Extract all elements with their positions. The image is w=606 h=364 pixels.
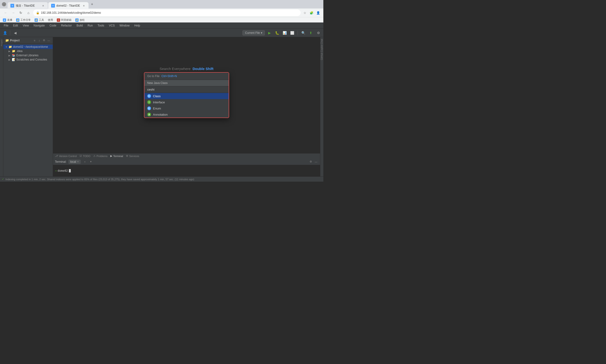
toolbar-search-btn[interactable]: 🔍 <box>300 30 306 36</box>
right-sidebar: GitHub Copilot Chat <box>320 37 323 176</box>
tab-close-1[interactable]: ✕ <box>41 4 45 8</box>
toolbar-profile-btn[interactable]: 📊 <box>282 30 288 36</box>
terminal-settings-btn[interactable]: ⚙ <box>309 160 313 164</box>
menu-view[interactable]: View <box>21 23 31 28</box>
project-panel-title: Project <box>10 39 20 42</box>
browser-tab-2[interactable]: T dome02 - TitanIDE ✕ <box>48 2 89 9</box>
popup-item-annotation[interactable]: A Annotation <box>144 111 229 117</box>
popup-header: New Java Class <box>144 80 229 86</box>
bookmark-icon-2: 📁 <box>16 18 19 22</box>
terminal-add-btn[interactable]: + <box>83 160 87 164</box>
terminal-minimize-btn[interactable]: — <box>314 160 318 164</box>
toolbar-user-btn[interactable]: 👤 <box>2 30 8 36</box>
toolbar-nav-back[interactable]: ◀ <box>12 30 18 36</box>
left-edge-label: Project <box>0 39 3 46</box>
status-tab-problems[interactable]: ⚠ Problems <box>93 155 108 157</box>
terminal-label: Terminal <box>113 155 123 157</box>
menu-run[interactable]: Run <box>86 23 95 28</box>
tab-bar: ⌄ T 项目 - TitanIDE ✕ T dome02 - TitanIDE … <box>0 0 323 9</box>
menu-file[interactable]: File <box>2 23 10 28</box>
terminal-content: → dome02 <box>53 165 320 176</box>
bookmark-3[interactable]: 📁 工具 <box>34 18 45 22</box>
terminal-tab-local[interactable]: local ✕ <box>68 160 81 164</box>
ide-container: File Edit View Navigate Code Refactor Bu… <box>0 23 323 182</box>
menu-window[interactable]: Window <box>118 23 132 28</box>
toolbar-settings-btn[interactable]: ⚙ <box>315 30 322 36</box>
popup-item-enum[interactable]: E Enum <box>144 105 229 111</box>
popup-goto-label: Go to File <box>147 75 160 78</box>
url-secure-icon: 🔒 <box>36 11 40 14</box>
popup-input-field[interactable] <box>147 88 226 91</box>
profile-icon[interactable]: 👤 <box>316 10 321 15</box>
tree-item-scratches[interactable]: ▶ 📝 Scratches and Consoles <box>7 57 53 62</box>
status-tab-todo[interactable]: ☑ TODO <box>80 155 90 157</box>
tree-label-scratches: Scratches and Consoles <box>16 58 47 61</box>
editor-main: Search Everywhere Double Shift Go to Fil… <box>53 37 320 153</box>
proj-tool-list[interactable]: ≡ <box>32 38 37 43</box>
tree-item-idea[interactable]: ▶ 📁 .idea <box>7 49 53 53</box>
bookmark-4[interactable]: 使用 <box>47 18 54 22</box>
menu-build[interactable]: Build <box>75 23 85 28</box>
bookmarks-icon[interactable]: ☆ <box>303 10 307 15</box>
extensions-icon[interactable]: 🧩 <box>309 10 314 15</box>
bookmark-icon-3: 📁 <box>35 18 38 22</box>
toolbar-run-btn[interactable]: ▶ <box>266 30 272 36</box>
menu-code[interactable]: Code <box>48 23 58 28</box>
tab-nav-menu[interactable]: ⌄ <box>2 2 6 6</box>
popup-input-row[interactable] <box>144 86 229 93</box>
menu-refactor[interactable]: Refactor <box>59 23 74 28</box>
indexing-bar: ✓ Indexing completed in 1 min, 2 sec. Sh… <box>0 176 323 182</box>
tab-close-2[interactable]: ✕ <box>82 4 86 8</box>
todo-icon: ☑ <box>80 155 82 157</box>
status-tab-terminal[interactable]: ▶ Terminal <box>110 155 123 157</box>
bookmark-icon-1: ▶ <box>3 18 6 22</box>
browser-chrome: ⌄ T 项目 - TitanIDE ✕ T dome02 - TitanIDE … <box>0 0 323 23</box>
current-file-dropdown-icon: ▾ <box>261 31 262 35</box>
reload-button[interactable]: ↻ <box>18 10 24 16</box>
menu-tools[interactable]: Tools <box>96 23 106 28</box>
popup-item-interface[interactable]: I Interface <box>144 99 229 105</box>
tree-icon-scratches: 📝 <box>12 58 15 61</box>
url-bar[interactable]: 🔒 192.168.101.144/ide/web/coding/dome02/… <box>33 10 301 16</box>
status-tab-vc[interactable]: ⎇ Version Control <box>55 155 77 157</box>
tree-icon-idea: 📁 <box>12 50 15 53</box>
bookmark-label-6: 放松 <box>80 18 85 22</box>
forward-button[interactable]: → <box>10 10 16 16</box>
tree-arrow-dome02: ▼ <box>5 46 8 48</box>
popup-item-interface-label: Interface <box>153 101 165 104</box>
editor-area: Search Everywhere Double Shift Go to Fil… <box>53 37 320 176</box>
project-panel: 📁 Project ≡ ↕ ⚙ — ▼ 📁 dome02 ~/workspace… <box>3 37 53 176</box>
toolbar-git-btn[interactable]: ⬆ <box>308 30 314 36</box>
tree-item-ext-libs[interactable]: ▶ 📚 External Libraries <box>7 53 53 57</box>
bookmarks-bar: ▶ 直播 📁 工作日常 📁 工具 使用 M 阿里邮箱 📁 放松 <box>0 17 323 23</box>
bookmark-6[interactable]: 📁 放松 <box>74 18 86 22</box>
toolbar-stop-btn[interactable]: ⬜ <box>289 30 295 36</box>
bookmark-2[interactable]: 📁 工作日常 <box>15 18 32 22</box>
search-hint-text: Search Everywhere Double Shift <box>160 67 214 71</box>
home-button[interactable]: ⌂ <box>26 10 31 16</box>
menu-navigate[interactable]: Navigate <box>32 23 47 28</box>
toolbar-debug-btn[interactable]: 🐛 <box>274 30 280 36</box>
vc-label: Version Control <box>59 155 77 157</box>
terminal-menu-btn[interactable]: ▾ <box>89 160 93 164</box>
proj-tool-settings[interactable]: ⚙ <box>42 38 46 43</box>
menu-edit[interactable]: Edit <box>11 23 20 28</box>
toolbar: 👤 ◀ Current File ▾ ▶ 🐛 📊 ⬜ 🔍 ⬆ ⚙ <box>0 29 323 37</box>
proj-tool-close[interactable]: — <box>47 38 51 43</box>
new-tab-button[interactable]: + <box>89 1 95 7</box>
menu-vcs[interactable]: VCS <box>107 23 117 28</box>
menu-help[interactable]: Help <box>132 23 142 28</box>
current-file-button[interactable]: Current File ▾ <box>242 30 265 36</box>
bookmark-5[interactable]: M 阿里邮箱 <box>56 18 72 22</box>
status-tab-services[interactable]: ⚙ Services <box>126 155 139 157</box>
proj-tool-sort[interactable]: ↕ <box>37 38 41 43</box>
tree-item-dome02[interactable]: ▼ 📁 dome02 ~/workspace/dome <box>3 45 53 49</box>
browser-tab-1[interactable]: T 项目 - TitanIDE ✕ <box>8 2 48 9</box>
problems-label: Problems <box>96 155 108 157</box>
bookmark-1[interactable]: ▶ 直播 <box>2 18 13 22</box>
back-button[interactable]: ← <box>3 10 9 16</box>
popup-item-class[interactable]: C Class <box>144 93 229 99</box>
status-tabs: ⎇ Version Control ☑ TODO ⚠ Problems ▶ <box>55 155 139 157</box>
terminal-tab-close[interactable]: ✕ <box>77 160 79 163</box>
bookmark-label-4: 使用 <box>48 18 53 22</box>
